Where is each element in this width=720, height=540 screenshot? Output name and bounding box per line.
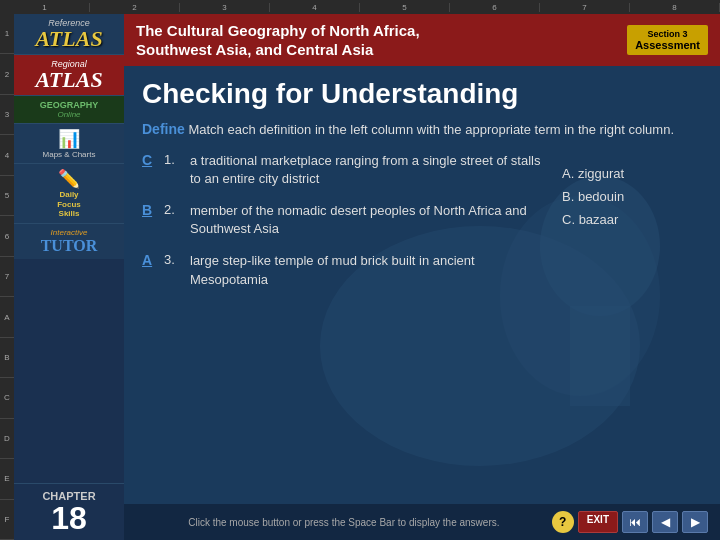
- answer-2: B: [142, 202, 158, 218]
- answer-3: A: [142, 252, 158, 268]
- ruler-left: 1 2 3 4 5 6 7 A B C D E F: [0, 14, 14, 540]
- answer-1: C: [142, 152, 158, 168]
- answer-list-item-b: B. bedouin: [562, 185, 702, 208]
- header-title: The Cultural Geography of North Africa, …: [136, 21, 627, 60]
- ruler-top-2: 2: [90, 3, 180, 12]
- definition-item-3: A 3. large step-like temple of mud brick…: [142, 252, 542, 288]
- ruler-top-5: 5: [360, 3, 450, 12]
- ruler-left-5: 5: [0, 176, 14, 216]
- ruler-left-2: 2: [0, 54, 14, 94]
- ruler-left-6: 6: [0, 216, 14, 256]
- pencil-icon: ✏️: [20, 168, 118, 190]
- ruler-left-7: 7: [0, 257, 14, 297]
- chapter-number: 18: [20, 502, 118, 534]
- chapter-num-area: CHAPTER 18: [14, 483, 124, 540]
- bottom-bar: Click the mouse button or press the Spac…: [124, 504, 720, 540]
- number-2: 2.: [164, 202, 184, 217]
- ruler-left-1: 1: [0, 14, 14, 54]
- sidebar-chapter[interactable]: 📊 Maps & Charts: [14, 124, 124, 164]
- geography-label: GEOGRAPHY: [20, 100, 118, 110]
- content-area: The Cultural Geography of North Africa, …: [124, 14, 720, 540]
- left-column: C 1. a traditional marketplace ranging f…: [142, 152, 542, 303]
- click-instruction: Click the mouse button or press the Spac…: [136, 517, 552, 528]
- chapter-maps-label: Maps & Charts: [20, 150, 118, 159]
- answer-list: A. ziggurat B. bedouin C. bazaar: [562, 162, 702, 232]
- sidebar-reference[interactable]: Reference ATLAS: [14, 14, 124, 55]
- assessment-label: Assessment: [635, 39, 700, 51]
- sidebar-daily[interactable]: ✏️ Daily Focus Skills: [14, 164, 124, 224]
- nav-next-button[interactable]: ▶: [682, 511, 708, 533]
- sidebar-interactive[interactable]: Interactive TUTOR: [14, 224, 124, 259]
- ruler-top-6: 6: [450, 3, 540, 12]
- nav-buttons: ? EXIT ⏮ ◀ ▶: [552, 511, 708, 533]
- exit-button[interactable]: EXIT: [578, 511, 618, 533]
- answer-list-item-a: A. ziggurat: [562, 162, 702, 185]
- definition-item-2: B 2. member of the nomadic desert people…: [142, 202, 542, 238]
- define-section: Define Match each definition in the left…: [142, 120, 702, 140]
- number-1: 1.: [164, 152, 184, 167]
- atlas-logo-regional: ATLAS: [20, 69, 118, 91]
- ruler-left-f: F: [0, 500, 14, 540]
- page-content: Checking for Understanding Define Match …: [124, 66, 720, 540]
- help-button[interactable]: ?: [552, 511, 574, 533]
- define-word: Define: [142, 121, 185, 137]
- item-text-1: a traditional marketplace ranging from a…: [190, 152, 542, 188]
- daily-label: Daily Focus Skills: [20, 190, 118, 219]
- ruler-top: 1 2 3 4 5 6 7 8: [0, 0, 720, 14]
- chart-icon: 📊: [20, 128, 118, 150]
- definition-item-1: C 1. a traditional marketplace ranging f…: [142, 152, 542, 188]
- interactive-label: Interactive: [20, 228, 118, 237]
- page-title: Checking for Understanding: [142, 78, 702, 110]
- answer-list-item-c: C. bazaar: [562, 208, 702, 231]
- ruler-left-a: A: [0, 297, 14, 337]
- item-text-2: member of the nomadic desert peoples of …: [190, 202, 542, 238]
- tutor-logo: TUTOR: [20, 237, 118, 255]
- ruler-left-c: C: [0, 378, 14, 418]
- ruler-top-1: 1: [0, 3, 90, 12]
- sidebar-geography[interactable]: GEOGRAPHY Online: [14, 96, 124, 124]
- sidebar-regional[interactable]: Regional ATLAS: [14, 55, 124, 96]
- define-intro: Define Match each definition in the left…: [142, 120, 702, 140]
- ruler-left-e: E: [0, 459, 14, 499]
- ruler-top-3: 3: [180, 3, 270, 12]
- item-text-3: large step-like temple of mud brick buil…: [190, 252, 542, 288]
- nav-prev-button[interactable]: ◀: [652, 511, 678, 533]
- right-column: A. ziggurat B. bedouin C. bazaar: [562, 152, 702, 303]
- ruler-top-7: 7: [540, 3, 630, 12]
- top-header: The Cultural Geography of North Africa, …: [124, 14, 720, 66]
- number-3: 3.: [164, 252, 184, 267]
- ruler-left-d: D: [0, 419, 14, 459]
- main-area: Reference ATLAS Regional ATLAS GEOGRAPHY…: [14, 14, 720, 540]
- sidebar: Reference ATLAS Regional ATLAS GEOGRAPHY…: [14, 14, 124, 540]
- ruler-left-3: 3: [0, 95, 14, 135]
- svg-rect-3: [570, 306, 630, 406]
- ruler-left-4: 4: [0, 135, 14, 175]
- section-label: Section 3: [635, 29, 700, 39]
- ruler-left-b: B: [0, 338, 14, 378]
- atlas-logo: ATLAS: [20, 28, 118, 50]
- ruler-top-4: 4: [270, 3, 360, 12]
- nav-first-button[interactable]: ⏮: [622, 511, 648, 533]
- definitions-grid: C 1. a traditional marketplace ranging f…: [142, 152, 702, 303]
- section-badge: Section 3 Assessment: [627, 25, 708, 55]
- ruler-top-8: 8: [630, 3, 720, 12]
- online-label: Online: [20, 110, 118, 119]
